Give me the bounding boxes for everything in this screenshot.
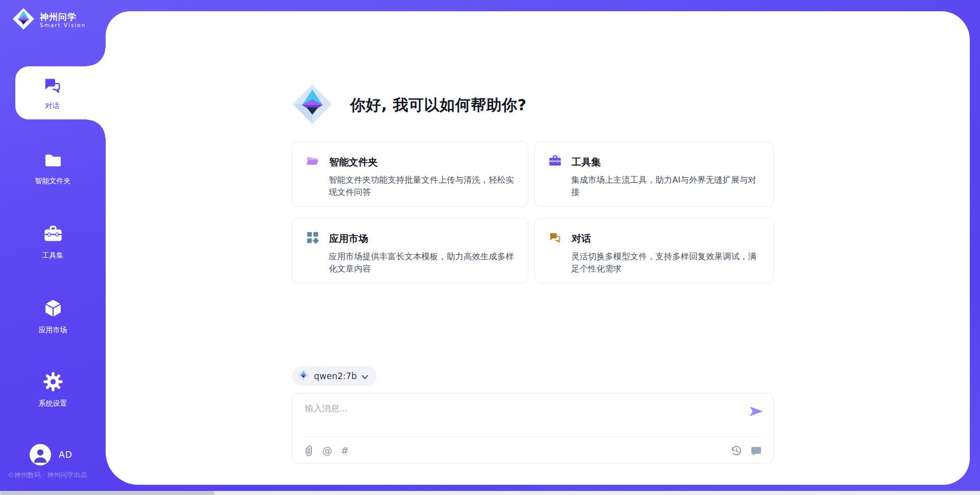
folder-open-icon <box>306 154 320 170</box>
card-smart-folder[interactable]: 智能文件夹 智能文件夹功能支持批量文件上传与清洗，轻松实现文件问答 <box>292 141 528 207</box>
user-chip[interactable]: AD <box>30 444 72 465</box>
main-content-panel: 你好, 我可以如何帮助你? 智能文件夹 智能文件夹功能支持批量文件上传与清洗，轻… <box>106 11 970 485</box>
content-column: 你好, 我可以如何帮助你? 智能文件夹 智能文件夹功能支持批量文件上传与清洗，轻… <box>292 11 774 485</box>
horizontal-scrollbar-thumb[interactable] <box>0 491 214 495</box>
chat-bubbles-icon <box>548 231 562 246</box>
brand-diamond-logo <box>12 7 35 33</box>
app-grid-icon <box>306 231 320 246</box>
card-description: 灵活切换多模型文件，支持多样回复效果调试，满足个性化需求 <box>571 251 761 275</box>
cube-icon <box>42 298 64 321</box>
send-icon[interactable] <box>749 405 764 420</box>
history-icon[interactable] <box>730 445 742 457</box>
chat-bubble-icon[interactable] <box>750 445 762 457</box>
brand-name: 神州问学 <box>40 12 86 22</box>
brand-diamond-logo-small <box>298 369 309 383</box>
card-title: 应用市场 <box>329 232 368 245</box>
card-title: 智能文件夹 <box>329 156 378 169</box>
sidebar-item-label: 应用市场 <box>39 326 67 335</box>
greeting-block: 你好, 我可以如何帮助你? <box>292 83 527 128</box>
brand-diamond-logo-large <box>292 83 333 128</box>
sidebar-item-smart-folder[interactable]: 智能文件夹 <box>0 151 106 186</box>
copyright-text: ©神州数码 · 神州问学出品 <box>8 471 87 480</box>
composer-divider <box>301 436 765 437</box>
sidebar-item-label: 智能文件夹 <box>35 177 71 186</box>
message-input[interactable] <box>304 402 734 433</box>
sidebar-item-toolset[interactable]: 工具集 <box>0 224 106 260</box>
card-toolset[interactable]: 工具集 集成市场上主流工具，助力AI与外界无缝扩展与对接 <box>534 141 774 207</box>
model-selector[interactable]: qwen2:7b <box>292 366 377 386</box>
sidebar-item-label: 工具集 <box>42 251 64 260</box>
greeting-title: 你好, 我可以如何帮助你? <box>350 95 527 116</box>
composer-toolbar: @ # <box>304 442 762 459</box>
sidebar: 神州问学 Smart Vision 对话 智能文件夹 <box>0 0 106 495</box>
sidebar-item-chat[interactable]: 对话 <box>15 66 106 119</box>
sidebar-item-settings[interactable]: 系统设置 <box>0 371 106 408</box>
card-app-market[interactable]: 应用市场 应用市场提供丰富长文本模板，助力高效生成多样化文章内容 <box>292 218 528 283</box>
sidebar-item-app-market[interactable]: 应用市场 <box>0 298 106 335</box>
user-name: AD <box>59 450 72 460</box>
horizontal-scrollbar <box>0 491 980 495</box>
model-name: qwen2:7b <box>314 371 357 381</box>
topic-hash-icon[interactable]: # <box>340 445 349 456</box>
sidebar-item-label: 系统设置 <box>39 399 67 408</box>
brand-logo: 神州问学 Smart Vision <box>12 7 86 33</box>
card-title: 工具集 <box>572 156 601 169</box>
chat-bubbles-icon <box>42 75 63 97</box>
brand-subtitle: Smart Vision <box>40 22 86 29</box>
card-chat[interactable]: 对话 灵活切换多模型文件，支持多样回复效果调试，满足个性化需求 <box>534 218 774 283</box>
gear-icon <box>42 371 64 394</box>
card-title: 对话 <box>572 232 591 245</box>
mention-at-icon[interactable]: @ <box>322 445 332 456</box>
attachment-paperclip-icon[interactable] <box>304 444 314 457</box>
chevron-down-icon <box>361 372 369 382</box>
toolbox-icon <box>43 224 63 246</box>
sidebar-item-label: 对话 <box>45 102 60 111</box>
briefcase-icon <box>548 154 562 170</box>
card-description: 智能文件夹功能支持批量文件上传与清洗，轻松实现文件问答 <box>329 174 516 199</box>
avatar <box>30 444 51 465</box>
folder-icon <box>43 151 63 172</box>
card-description: 集成市场上主流工具，助力AI与外界无缝扩展与对接 <box>571 174 761 199</box>
card-description: 应用市场提供丰富长文本模板，助力高效生成多样化文章内容 <box>329 251 516 275</box>
feature-cards: 智能文件夹 智能文件夹功能支持批量文件上传与清洗，轻松实现文件问答 <box>292 141 774 283</box>
message-composer: @ # <box>292 393 774 463</box>
